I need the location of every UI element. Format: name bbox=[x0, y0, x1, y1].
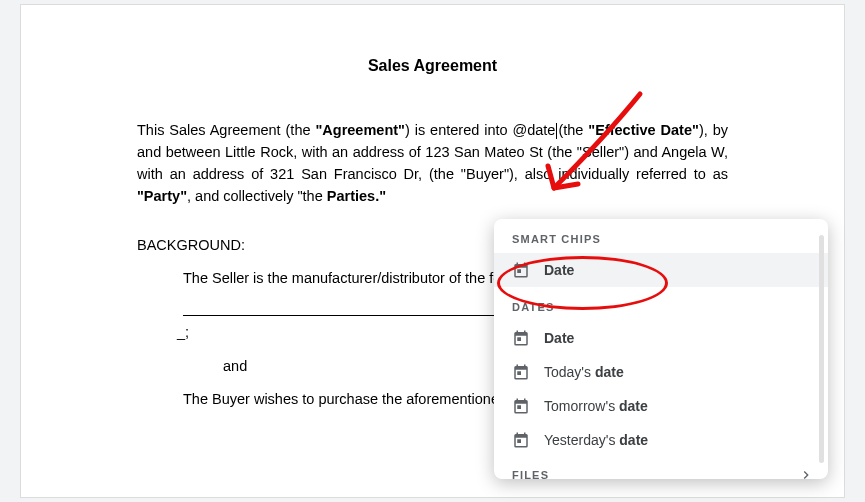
popover-item-tomorrow-date[interactable]: Tomorrow's date bbox=[494, 389, 828, 423]
popover-item-date[interactable]: Date bbox=[494, 321, 828, 355]
p1-bold-effective-date: "Effective Date" bbox=[588, 122, 699, 138]
popover-item-date-label: Date bbox=[544, 330, 574, 346]
popover-item-today-label: Today's date bbox=[544, 364, 624, 380]
calendar-icon bbox=[512, 329, 530, 347]
calendar-icon bbox=[512, 397, 530, 415]
p1-text-3: (the bbox=[558, 122, 588, 138]
p1-text-5: , and collectively "the bbox=[187, 188, 327, 204]
popover-item-tomorrow-label: Tomorrow's date bbox=[544, 398, 648, 414]
popover-section-dates: DATES bbox=[494, 287, 828, 321]
popover-section-smart-chips: SMART CHIPS bbox=[494, 219, 828, 253]
paragraph-1[interactable]: This Sales Agreement (the "Agreement") i… bbox=[137, 119, 728, 207]
viewport: Sales Agreement This Sales Agreement (th… bbox=[0, 0, 865, 502]
popover-item-yesterday-date[interactable]: Yesterday's date bbox=[494, 423, 828, 457]
popover-section-files-row[interactable]: FILES bbox=[494, 457, 828, 479]
p1-text-2: ) is entered into bbox=[405, 122, 513, 138]
popover-scrollbar[interactable] bbox=[819, 235, 824, 463]
p1-text-1: This Sales Agreement (the bbox=[137, 122, 315, 138]
document-title: Sales Agreement bbox=[137, 57, 728, 75]
popover-item-date-chip[interactable]: Date bbox=[494, 253, 828, 287]
popover-item-today-date[interactable]: Today's date bbox=[494, 355, 828, 389]
p1-bold-parties: Parties." bbox=[327, 188, 386, 204]
p1-bold-agreement: "Agreement" bbox=[315, 122, 405, 138]
chevron-right-icon bbox=[798, 467, 814, 479]
calendar-icon bbox=[512, 363, 530, 381]
p1-bold-party: "Party" bbox=[137, 188, 187, 204]
popover-item-date-chip-label: Date bbox=[544, 262, 574, 278]
smart-chip-popover: SMART CHIPS Date DATES Date Today's date… bbox=[494, 219, 828, 479]
popover-section-files: FILES bbox=[512, 469, 549, 479]
popover-item-yesterday-label: Yesterday's date bbox=[544, 432, 648, 448]
calendar-icon bbox=[512, 261, 530, 279]
calendar-icon bbox=[512, 431, 530, 449]
at-mention-text[interactable]: @date bbox=[512, 122, 555, 138]
